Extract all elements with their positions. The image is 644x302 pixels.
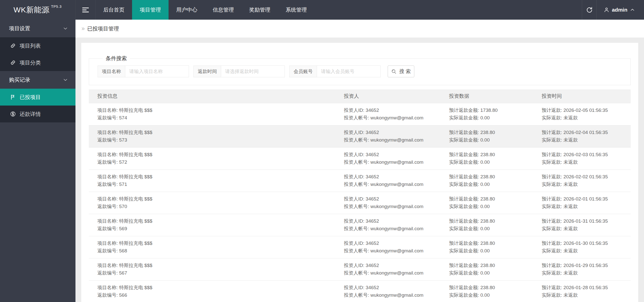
nav-item-reward-mgmt[interactable]: 奖励管理: [242, 0, 278, 20]
sidebar-item-invested-projects[interactable]: 已投项目: [0, 89, 75, 106]
expected-time-line: 预计返款: 2026-01-31 01:56:35: [542, 217, 631, 225]
sidebar-item-repayment-details[interactable]: 还款详情: [0, 106, 75, 122]
member-account-label: 会员账号: [290, 66, 317, 77]
header-invest-time: 投资时间: [533, 89, 631, 103]
cell-investor: 投资人ID: 34652 投资人帐号: wukongymw@gmail.com: [335, 147, 440, 170]
nav-item-user-center[interactable]: 用户中心: [169, 0, 205, 20]
cell-investor: 投资人ID: 34652 投资人帐号: wukongymw@gmail.com: [335, 125, 440, 147]
table-row: 项目名称: 特斯拉充电 $$$ 返款编号: 567 投资人ID: 34652 投…: [89, 258, 631, 280]
cell-investor: 投资人ID: 34652 投资人帐号: wukongymw@gmail.com: [335, 236, 440, 258]
user-menu[interactable]: admin: [596, 0, 644, 20]
actual-amount-line: 实际返款金额: 0.00: [449, 158, 533, 166]
cell-investor: 投资人ID: 34652 投资人帐号: wukongymw@gmail.com: [335, 192, 440, 214]
search-form-row: 项目名称 返款时间 会员账号 搜 索: [98, 65, 630, 77]
investor-id-line: 投资人ID: 34652: [344, 195, 440, 203]
chevron-up-icon: [630, 7, 635, 12]
actual-amount-line: 实际返款金额: 0.00: [449, 203, 533, 210]
cell-investor: 投资人ID: 34652 投资人帐号: wukongymw@gmail.com: [335, 103, 440, 125]
project-name-line: 项目名称: 特斯拉充电 $$$: [97, 195, 335, 203]
sidebar-item-project-category[interactable]: 项目分类: [0, 54, 75, 71]
expected-time-line: 预计返款: 2026-01-29 01:56:35: [542, 262, 631, 269]
expected-time-line: 预计返款: 2026-02-03 01:56:35: [542, 151, 631, 158]
expected-amount-line: 预计返款金额: 238.80: [449, 195, 533, 203]
nav-item-dashboard[interactable]: 后台首页: [96, 0, 132, 20]
sidebar-group-project-settings[interactable]: 项目设置: [0, 20, 75, 37]
expected-amount-line: 预计返款金额: 238.80: [449, 129, 533, 136]
cell-invest-data: 预计返款金额: 238.80 实际返款金额: 0.00: [440, 147, 533, 170]
sidebar: 项目设置 项目列表 项目分类 购买记录 已投项目: [0, 20, 75, 302]
table-row: 项目名称: 特斯拉充电 $$$ 返款编号: 572 投资人ID: 34652 投…: [89, 147, 631, 170]
investor-account-line: 投资人帐号: wukongymw@gmail.com: [344, 247, 440, 255]
cell-investor: 投资人ID: 34652 投资人帐号: wukongymw@gmail.com: [335, 214, 440, 236]
project-name-line: 项目名称: 特斯拉充电 $$$: [97, 262, 335, 269]
refund-no-line: 返款编号: 573: [97, 136, 335, 144]
project-name-label: 项目名称: [98, 66, 125, 77]
cell-investor: 投资人ID: 34652 投资人帐号: wukongymw@gmail.com: [335, 280, 440, 302]
breadcrumb-arrow-icon: »: [82, 25, 85, 32]
project-name-line: 项目名称: 特斯拉充电 $$$: [97, 129, 335, 136]
investor-account-line: 投资人帐号: wukongymw@gmail.com: [344, 269, 440, 277]
refund-no-line: 返款编号: 570: [97, 203, 335, 210]
investor-id-line: 投资人ID: 34652: [344, 262, 440, 269]
actual-time-line: 实际返款: 未返款: [542, 203, 631, 210]
invested-projects-table: 投资信息 投资人 投资数据 投资时间 项目名称: 特斯拉充电 $$$ 返款编号:…: [89, 89, 631, 302]
actual-amount-line: 实际返款金额: 0.00: [449, 247, 533, 255]
cell-investor: 投资人ID: 34652 投资人帐号: wukongymw@gmail.com: [335, 258, 440, 280]
cell-invest-time: 预计返款: 2026-02-05 01:56:35 实际返款: 未返款: [533, 103, 631, 125]
sidebar-item-label: 还款详情: [20, 111, 41, 118]
member-account-input[interactable]: [317, 66, 380, 77]
expected-amount-line: 预计返款金额: 238.80: [449, 284, 533, 291]
project-name-field-group: 项目名称: [98, 65, 189, 77]
actual-time-line: 实际返款: 未返款: [542, 114, 631, 122]
flag-icon: [10, 94, 16, 100]
expected-time-line: 预计返款: 2026-01-28 01:56:35: [542, 284, 631, 291]
top-navbar: WK新能源 TP5.3 后台首页 项目管理 用户中心 信息管理 奖励管理 系统管…: [0, 0, 644, 20]
table-header-row: 投资信息 投资人 投资数据 投资时间: [89, 89, 631, 103]
cell-invest-data: 预计返款金额: 238.80 实际返款金额: 0.00: [440, 214, 533, 236]
expected-amount-line: 预计返款金额: 238.80: [449, 173, 533, 181]
expected-time-line: 预计返款: 2026-02-02 01:56:35: [542, 173, 631, 181]
project-name-input[interactable]: [125, 66, 189, 77]
refund-no-line: 返款编号: 568: [97, 247, 335, 255]
expected-amount-line: 预计返款金额: 238.80: [449, 217, 533, 225]
actual-time-line: 实际返款: 未返款: [542, 291, 631, 299]
member-account-field-group: 会员账号: [289, 65, 381, 77]
expected-amount-line: 预计返款金额: 238.80: [449, 151, 533, 158]
actual-amount-line: 实际返款金额: 0.00: [449, 114, 533, 122]
submenu-purchase-records: 已投项目 还款详情: [0, 89, 75, 122]
nav-item-project-mgmt[interactable]: 项目管理: [132, 0, 169, 20]
cell-invest-time: 预计返款: 2026-02-04 01:56:35 实际返款: 未返款: [533, 125, 631, 147]
cell-invest-data: 预计返款金额: 238.80 实际返款金额: 0.00: [440, 280, 533, 302]
breadcrumb: » 已投项目管理: [75, 20, 644, 38]
menu-toggle-icon[interactable]: [75, 0, 96, 20]
cell-invest-time: 预计返款: 2026-02-03 01:56:35 实际返款: 未返款: [533, 147, 631, 170]
sidebar-item-label: 项目列表: [20, 42, 41, 49]
table-row: 项目名称: 特斯拉充电 $$$ 返款编号: 569 投资人ID: 34652 投…: [89, 214, 631, 236]
actual-time-line: 实际返款: 未返款: [542, 225, 631, 232]
sidebar-group-purchase-records[interactable]: 购买记录: [0, 71, 75, 89]
sidebar-group-label: 项目设置: [9, 25, 30, 32]
refund-no-line: 返款编号: 574: [97, 114, 335, 122]
refund-time-input[interactable]: [221, 66, 285, 77]
search-button[interactable]: 搜 索: [388, 65, 414, 77]
refund-no-line: 返款编号: 566: [97, 291, 335, 299]
header-invest-data: 投资数据: [440, 89, 533, 103]
refresh-icon[interactable]: [582, 0, 596, 20]
navbar-spacer: [314, 0, 582, 20]
main-content: » 已投项目管理 条件搜索 项目名称 返款时间 会员账号: [75, 20, 644, 302]
cell-invest-info: 项目名称: 特斯拉充电 $$$ 返款编号: 572: [89, 147, 335, 170]
investor-account-line: 投资人帐号: wukongymw@gmail.com: [344, 158, 440, 166]
cell-invest-info: 项目名称: 特斯拉充电 $$$ 返款编号: 566: [89, 280, 335, 302]
nav-item-system-mgmt[interactable]: 系统管理: [278, 0, 314, 20]
header-investor: 投资人: [335, 89, 440, 103]
nav-item-info-mgmt[interactable]: 信息管理: [205, 0, 242, 20]
cell-invest-data: 预计返款金额: 1738.80 实际返款金额: 0.00: [440, 103, 533, 125]
sidebar-item-label: 项目分类: [20, 59, 41, 66]
search-button-label: 搜 索: [399, 68, 411, 75]
magnifier-icon: [391, 69, 397, 74]
expected-time-line: 预计返款: 2026-02-01 01:56:35: [542, 195, 631, 203]
sidebar-item-project-list[interactable]: 项目列表: [0, 37, 75, 54]
actual-amount-line: 实际返款金额: 0.00: [449, 225, 533, 232]
chevron-down-icon: [63, 77, 68, 82]
cell-invest-data: 预计返款金额: 238.80 实际返款金额: 0.00: [440, 125, 533, 147]
